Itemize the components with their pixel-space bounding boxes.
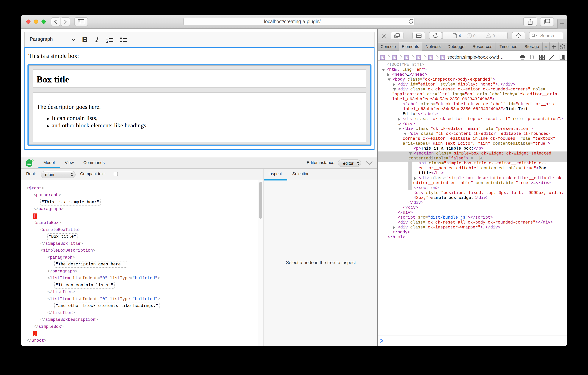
svg-text:5: 5: [32, 159, 33, 162]
svg-text:1: 1: [106, 37, 108, 40]
svg-text:2: 2: [106, 40, 108, 43]
